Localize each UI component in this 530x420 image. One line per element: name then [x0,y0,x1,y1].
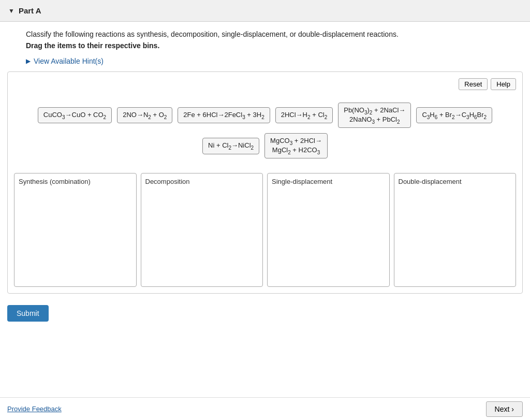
drag-area-wrapper: Reset Help CuCO3→CuO + CO2 2NO→N2 + O2 2… [7,71,523,294]
hint-label: View Available Hint(s) [34,57,104,65]
next-arrow-icon: › [511,405,514,413]
drag-item-8[interactable]: MgCO3 + 2HCl→MgCl2 + H2CO3 [264,133,328,158]
bin-decomposition-label: Decomposition [145,178,259,185]
help-button[interactable]: Help [491,78,516,90]
drag-item-4[interactable]: 2HCl→H2 + Cl2 [275,107,333,124]
next-label: Next [495,405,510,413]
drag-item-2[interactable]: 2NO→N2 + O2 [117,107,172,124]
items-area: CuCO3→CuO + CO2 2NO→N2 + O2 2Fe + 6HCl→2… [14,97,516,169]
drag-item-3[interactable]: 2Fe + 6HCl→2FeCl3 + 3H2 [178,107,270,124]
bins-area: Synthesis (combination) Decomposition Si… [14,173,516,287]
instruction-line1: Classify the following reactions as synt… [26,30,504,38]
bin-double-displacement[interactable]: Double-displacement [394,173,517,287]
instructions-block: Classify the following reactions as synt… [0,22,530,50]
next-button[interactable]: Next › [486,401,523,417]
footer: Provide Feedback Next › [0,397,530,420]
hint-link[interactable]: ▶ View Available Hint(s) [0,53,530,69]
bin-single-displacement[interactable]: Single-displacement [267,173,390,287]
submit-area: Submit [0,300,530,330]
feedback-link[interactable]: Provide Feedback [7,405,62,413]
drag-item-6[interactable]: C3H6 + Br2→C3H6Br2 [416,107,492,124]
hint-arrow-icon: ▶ [26,57,31,65]
drag-item-1[interactable]: CuCO3→CuO + CO2 [38,107,112,124]
bin-decomposition[interactable]: Decomposition [141,173,263,287]
bin-synthesis[interactable]: Synthesis (combination) [14,173,137,287]
bin-single-label: Single-displacement [272,178,385,185]
reset-button[interactable]: Reset [459,78,488,90]
bin-double-label: Double-displacement [399,178,512,185]
part-header: ▼ Part A [0,0,530,22]
part-title: Part A [19,6,41,15]
instruction-line2: Drag the items to their respective bins. [26,41,504,50]
submit-button[interactable]: Submit [7,305,49,322]
collapse-icon[interactable]: ▼ [8,7,14,15]
drag-item-7[interactable]: Ni + Cl2→NiCl2 [202,138,259,154]
drag-item-5[interactable]: Pb(NO3)2 + 2NaCl→2NaNO3 + PbCl2 [338,103,411,128]
bin-synthesis-label: Synthesis (combination) [19,178,132,185]
toolbar: Reset Help [14,78,516,90]
